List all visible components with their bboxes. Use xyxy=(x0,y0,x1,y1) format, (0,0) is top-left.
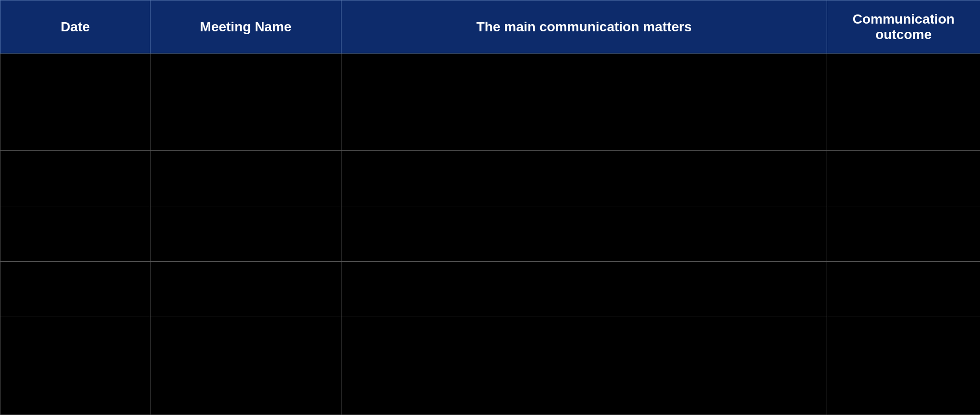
table-header-row: Date Meeting Name The main communication… xyxy=(0,0,980,54)
cell-outcome-5[interactable] xyxy=(827,317,980,415)
cell-date-2[interactable] xyxy=(0,150,150,206)
cell-matters-1[interactable] xyxy=(341,54,827,151)
cell-outcome-2[interactable] xyxy=(827,150,980,206)
cell-meeting-1[interactable] xyxy=(150,54,341,151)
cell-date-4[interactable] xyxy=(0,262,150,317)
cell-matters-5[interactable] xyxy=(341,317,827,415)
header-outcome: Communication outcome xyxy=(827,0,980,54)
cell-matters-2[interactable] xyxy=(341,150,827,206)
table-row xyxy=(0,262,980,317)
cell-meeting-2[interactable] xyxy=(150,150,341,206)
table-row xyxy=(0,206,980,261)
cell-date-1[interactable] xyxy=(0,54,150,151)
cell-outcome-1[interactable] xyxy=(827,54,980,151)
cell-matters-3[interactable] xyxy=(341,206,827,261)
table-row xyxy=(0,150,980,206)
cell-outcome-3[interactable] xyxy=(827,206,980,261)
communication-table: Date Meeting Name The main communication… xyxy=(0,0,980,415)
table-wrapper: Date Meeting Name The main communication… xyxy=(0,0,980,415)
cell-meeting-5[interactable] xyxy=(150,317,341,415)
cell-matters-4[interactable] xyxy=(341,262,827,317)
cell-date-3[interactable] xyxy=(0,206,150,261)
header-matters: The main communication matters xyxy=(341,0,827,54)
header-date: Date xyxy=(0,0,150,54)
cell-date-5[interactable] xyxy=(0,317,150,415)
cell-meeting-3[interactable] xyxy=(150,206,341,261)
header-meeting-name: Meeting Name xyxy=(150,0,341,54)
table-row xyxy=(0,317,980,415)
cell-outcome-4[interactable] xyxy=(827,262,980,317)
table-row xyxy=(0,54,980,151)
cell-meeting-4[interactable] xyxy=(150,262,341,317)
